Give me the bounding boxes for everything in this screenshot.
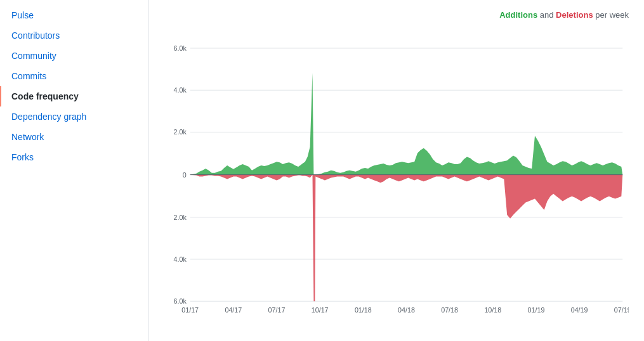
svg-text:4.0k: 4.0k [174, 86, 187, 94]
sidebar-item-commits[interactable]: Commits [0, 66, 148, 86]
sidebar-item-pulse[interactable]: Pulse [0, 5, 148, 25]
svg-text:6.0k: 6.0k [174, 297, 187, 305]
svg-text:10/18: 10/18 [484, 306, 501, 314]
additions-label: Additions [499, 10, 537, 20]
svg-rect-0 [190, 48, 623, 175]
svg-text:04/17: 04/17 [225, 306, 242, 314]
svg-text:01/19: 01/19 [528, 306, 545, 314]
sidebar-item-forks[interactable]: Forks [0, 147, 148, 167]
svg-text:01/18: 01/18 [355, 306, 372, 314]
svg-text:6.0k: 6.0k [174, 44, 187, 52]
chart-svg: 6.0k 4.0k 2.0k 0 2.0k 4.0k 6.0k 01/17 04… [159, 25, 629, 331]
svg-text:07/17: 07/17 [268, 306, 286, 314]
svg-text:2.0k: 2.0k [174, 128, 187, 136]
svg-text:10/17: 10/17 [312, 306, 329, 314]
svg-text:04/18: 04/18 [398, 306, 415, 314]
svg-text:0: 0 [183, 171, 187, 179]
deletions-label: Deletions [556, 10, 593, 20]
svg-text:07/18: 07/18 [441, 306, 458, 314]
sidebar-item-network[interactable]: Network [0, 127, 148, 147]
svg-text:2.0k: 2.0k [174, 214, 187, 221]
sidebar-item-community[interactable]: Community [0, 46, 148, 66]
svg-text:07/19: 07/19 [614, 306, 629, 314]
additions-area [190, 73, 623, 175]
sidebar-item-code-frequency[interactable]: Code frequency [0, 86, 148, 106]
legend-suffix: per week [595, 10, 629, 20]
sidebar-item-contributors[interactable]: Contributors [0, 25, 148, 46]
legend-and: and [540, 10, 556, 20]
deletions-area [190, 175, 623, 302]
sidebar: Pulse Contributors Community Commits Cod… [0, 0, 149, 341]
chart-container: 6.0k 4.0k 2.0k 0 2.0k 4.0k 6.0k 01/17 04… [159, 25, 629, 331]
chart-legend: Additions and Deletions per week [159, 10, 629, 20]
sidebar-item-dependency-graph[interactable]: Dependency graph [0, 106, 148, 127]
chart-area: Additions and Deletions per week [149, 0, 644, 341]
svg-text:04/19: 04/19 [571, 306, 588, 314]
svg-text:4.0k: 4.0k [174, 255, 187, 263]
svg-text:01/17: 01/17 [181, 306, 199, 314]
